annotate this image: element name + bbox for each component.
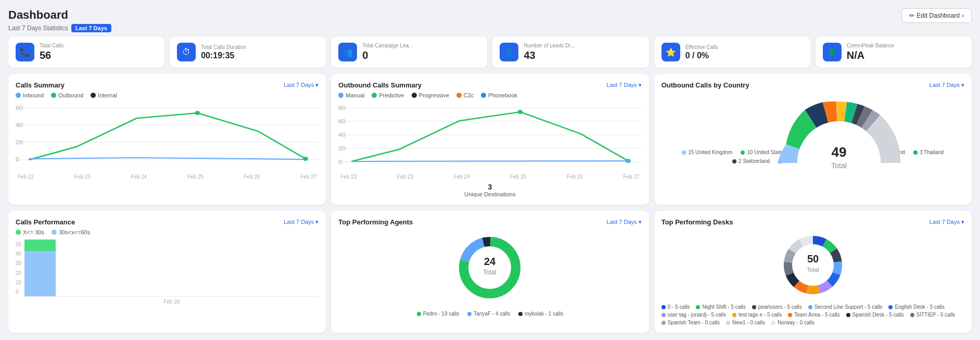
mykolak-label: mykolak - 1 calls	[525, 311, 563, 317]
legend-phonebook: Phonebook	[481, 92, 517, 98]
unique-destinations: 3 Unique Destinations	[338, 183, 641, 197]
legend-30s60s: 30s<x<=60s	[52, 229, 90, 235]
stat-card-duration: ⏱ Total Calls Duration 00:19:35	[170, 36, 326, 68]
secondline-dot	[808, 305, 812, 309]
30s60s-dot	[52, 230, 57, 235]
th-label: 3 Thailand	[920, 149, 944, 155]
inbound-label: Inbound	[23, 92, 44, 98]
legend-tanyaf: TanyaF - 4 calls	[467, 311, 510, 317]
stat-label-campaign-leads: Total Campaign Lea...	[362, 43, 480, 48]
performance-timeframe[interactable]: Last 7 Days ▾	[284, 219, 319, 225]
norway-dot	[771, 321, 775, 325]
legend-progressive: Progressive	[412, 92, 449, 98]
phone-icon: 📞	[16, 43, 34, 61]
y-30: 30	[16, 260, 21, 266]
country-timeframe[interactable]: Last 7 Days ▾	[930, 82, 964, 89]
legend-desk-spanish: Spanish Desk - 5 calls	[846, 312, 904, 318]
legend-pedro: Pedro - 19 calls	[417, 311, 459, 317]
calls-summary-card: Calls Summary Last 7 Days ▾ Inbound Outb…	[8, 74, 326, 205]
spanishteam-label: Spanish Team - 0 calls	[668, 320, 720, 325]
agents-timeframe[interactable]: Last 7 Days ▾	[607, 219, 642, 225]
bar-green	[24, 240, 56, 251]
svg-text:Total: Total	[807, 267, 819, 273]
outbound-dot	[51, 93, 56, 98]
calls-summary-timeframe[interactable]: Last 7 Days ▾	[284, 82, 319, 89]
unique-label: Unique Destinations	[464, 191, 515, 197]
desk-0-label: 0 - 5 calls	[668, 304, 690, 310]
usertag-dot	[661, 313, 666, 317]
legend-desk-testtags: test tags e - 5 calls	[732, 312, 782, 318]
legend-desk-usertag: user tag - jonardj - 5 calls	[661, 312, 726, 318]
y-20: 20	[16, 270, 21, 276]
user-check-icon: 👤	[500, 43, 518, 61]
stat-card-balance: 💲 CommPeak Balance N/A	[816, 36, 972, 68]
y-axis: 50 40 30 20 10 0	[16, 240, 21, 297]
stat-card-leads: 👤 Number of Leads Di... 43	[492, 36, 648, 68]
stat-value-leads: 43	[524, 49, 641, 61]
phonebook-label: Phonebook	[488, 92, 517, 98]
x-label-feb27: Feb 27	[300, 174, 316, 180]
sittiep-label: SITTIEP - 5 calls	[917, 312, 956, 318]
svg-point-22	[627, 159, 631, 162]
x-label-feb24: Feb 24	[131, 174, 147, 180]
calls-performance-card: Calls Performance Last 7 Days ▾ X<= 30s …	[8, 211, 326, 333]
stat-label-effective-calls: Effective Calls	[685, 44, 803, 50]
legend-desk-nightshift: Night Shift - 5 calls	[696, 304, 745, 310]
legend-predictive: Predictive	[372, 92, 404, 98]
country-donut-svg: 49 Total	[771, 93, 907, 171]
testtags-dot	[732, 313, 736, 317]
top-agents-card: Top Performing Agents Last 7 Days ▾	[331, 211, 648, 333]
teamanna-dot	[788, 313, 792, 317]
predictive-dot	[372, 93, 377, 98]
ch-label: 2 Switzerland	[739, 158, 770, 164]
x-label-feb25: Feb 25	[187, 174, 203, 180]
legend-desk-norway: Norway - 0 calls	[771, 320, 814, 325]
us-dot	[741, 150, 745, 155]
calls-summary-legend: Inbound Outbound Internal	[16, 92, 319, 98]
outbound-summary-x-axis: Feb 22 Feb 23 Feb 24 Feb 25 Feb 26 Feb 2…	[338, 174, 641, 180]
legend-ch: 2 Switzerland	[732, 158, 770, 164]
outbound-summary-chart: 80 60 40 20 0	[338, 103, 641, 170]
outbound-summary-timeframe[interactable]: Last 7 Days ▾	[607, 82, 642, 89]
legend-desk-secondline: Second Line Support - 5 calls	[808, 304, 883, 310]
bar-area: Feb 26	[24, 240, 319, 305]
pedro-label: Pedro - 19 calls	[423, 311, 459, 317]
x30s-label: X<= 30s	[23, 229, 44, 235]
chevron-right-icon: ›	[962, 12, 964, 19]
edit-dashboard-button[interactable]: ✏ Edit Dashboard ›	[901, 8, 972, 23]
os-x-feb27: Feb 27	[623, 174, 639, 180]
svg-point-9	[303, 157, 308, 161]
stat-card-campaign-leads: 👥 Total Campaign Lea... 0	[331, 36, 487, 68]
desks-title: Top Performing Desks	[661, 218, 733, 226]
english-dot	[888, 305, 893, 309]
phonebook-dot	[481, 93, 486, 98]
bar-chart	[24, 240, 319, 297]
stats-row: 📞 Total Calls 56 ⏱ Total Calls Duration …	[8, 36, 972, 68]
clock-icon: ⏱	[177, 43, 196, 61]
os-x-feb23: Feb 23	[397, 174, 413, 180]
legend-desk-sittiep: SITTIEP - 5 calls	[910, 312, 956, 318]
desks-timeframe[interactable]: Last 7 Days ▾	[930, 219, 964, 225]
legend-uk: 15 United Kingdom	[682, 149, 732, 155]
y-10: 10	[16, 280, 21, 285]
stat-value-effective-calls: 0 / 0%	[685, 51, 803, 60]
norway-label: Norway - 0 calls	[778, 320, 814, 325]
agents-donut-container: 24 Total	[338, 231, 641, 306]
page-title: Dashboard	[8, 8, 111, 22]
progressive-label: Progressive	[419, 92, 449, 98]
performance-legend: X<= 30s 30s<x<=60s	[16, 229, 319, 235]
teamanna-label: Team Anna - 5 calls	[794, 312, 839, 318]
internal-dot	[91, 93, 96, 98]
desks-donut-container: 50 Total	[661, 231, 964, 299]
testtags-label: test tags e - 5 calls	[739, 312, 782, 318]
stat-label-balance: CommPeak Balance	[847, 43, 964, 48]
ch-dot	[732, 159, 736, 163]
y-40: 40	[16, 251, 21, 257]
manual-label: Manual	[346, 92, 364, 98]
y-0: 0	[16, 289, 21, 295]
legend-desk-teamanna: Team Anna - 5 calls	[788, 312, 839, 318]
stat-label-total-calls: Total Calls	[40, 43, 157, 48]
outbound-summary-legend: Manual Predictive Progressive C2c Phoneb…	[338, 92, 641, 98]
agents-legend: Pedro - 19 calls TanyaF - 4 calls mykola…	[338, 311, 641, 317]
svg-text:60: 60	[338, 119, 346, 124]
